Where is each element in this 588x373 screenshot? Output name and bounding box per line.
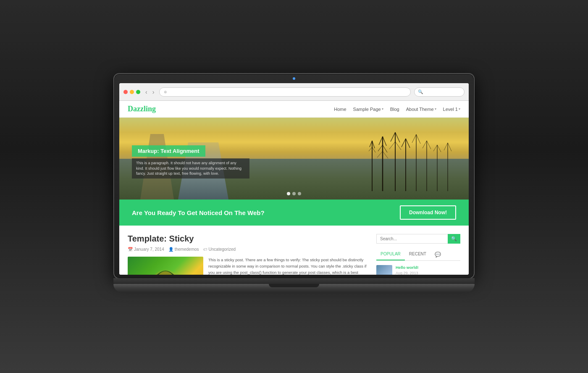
svg-line-27: [433, 145, 437, 151]
post-author: 👤 themedemos: [168, 247, 199, 252]
svg-line-10: [377, 151, 383, 158]
sidebar-tabs: POPULAR RECENT 💬: [376, 250, 460, 261]
tab-popular[interactable]: POPULAR: [376, 250, 405, 260]
website-content: Dazzling Home Sample Page ▾ Blog About T…: [119, 101, 469, 275]
close-dot[interactable]: [123, 90, 128, 94]
nav-level1[interactable]: Level 1 ▾: [443, 107, 460, 112]
cta-text: Are You Ready To Get Noticed On The Web?: [132, 209, 265, 216]
svg-line-22: [416, 134, 420, 144]
svg-line-30: [444, 143, 448, 150]
hero-slider: Markup: Text Alignment This is a paragra…: [119, 118, 469, 200]
url-icon: ⊕: [164, 90, 167, 94]
nav-home[interactable]: Home: [334, 107, 346, 112]
blog-area: Template: Sticky 📅 January 7, 2014 👤 the…: [128, 234, 368, 275]
hero-trees: [364, 124, 452, 191]
maximize-dot[interactable]: [136, 90, 140, 94]
svg-line-3: [369, 147, 372, 151]
post-date: 📅 January 7, 2014: [128, 247, 164, 252]
svg-line-14: [395, 132, 400, 142]
calendar-icon: 📅: [128, 247, 133, 252]
search-input[interactable]: [376, 234, 448, 244]
laptop-hinge: [113, 278, 475, 284]
svg-line-7: [383, 137, 386, 146]
svg-line-16: [395, 142, 401, 150]
camera-dot: [293, 77, 295, 80]
svg-line-28: [437, 145, 441, 152]
svg-line-31: [448, 143, 452, 151]
nav-about-theme[interactable]: About Theme ▾: [406, 107, 436, 112]
back-button[interactable]: ‹: [144, 88, 149, 96]
sidebar-post-info-1: Hello world! Aug 29, 2013: [396, 265, 460, 275]
tab-recent[interactable]: RECENT: [405, 250, 430, 260]
slider-dots: [287, 192, 301, 195]
post-thumbnail: [128, 257, 203, 275]
slider-dot-1[interactable]: [287, 192, 290, 195]
nav-links: Home Sample Page ▾ Blog About Theme ▾ Le…: [334, 107, 460, 112]
laptop-device: ‹ › ⊕ 🔍 Dazzling Home S: [113, 73, 475, 300]
forward-button[interactable]: ›: [151, 88, 156, 96]
site-navbar: Dazzling Home Sample Page ▾ Blog About T…: [119, 101, 469, 118]
post-category: 🏷 Uncategorized: [203, 247, 236, 252]
main-content: Template: Sticky 📅 January 7, 2014 👤 the…: [119, 226, 469, 275]
browser-navigation: ‹ ›: [144, 88, 156, 96]
window-controls: [123, 90, 140, 94]
chevron-down-icon: ▾: [459, 107, 460, 111]
svg-line-6: [379, 137, 383, 145]
search-box: 🔍: [376, 234, 460, 244]
sidebar-post-thumb-1: [376, 265, 392, 275]
svg-line-9: [383, 145, 387, 152]
svg-line-25: [427, 141, 431, 149]
svg-line-4: [372, 147, 375, 152]
sidebar-post-title-1[interactable]: Hello world!: [396, 265, 460, 270]
screen-bezel: ‹ › ⊕ 🔍 Dazzling Home S: [113, 73, 475, 279]
laptop-notch: [269, 284, 319, 287]
browser-window: ‹ › ⊕ 🔍 Dazzling Home S: [119, 83, 469, 275]
post-body: This is a sticky post. There are a few t…: [128, 257, 368, 275]
browser-chrome-bar: ‹ › ⊕ 🔍: [119, 83, 469, 101]
sidebar: 🔍 POPULAR RECENT 💬: [376, 234, 460, 275]
post-excerpt: This is a sticky post. There are a few t…: [208, 257, 368, 275]
svg-line-8: [378, 145, 383, 151]
nav-sample-page[interactable]: Sample Page ▾: [353, 107, 383, 112]
svg-line-19: [406, 139, 410, 148]
svg-line-13: [391, 132, 395, 142]
hero-slide-title: Markup: Text Alignment: [132, 145, 205, 157]
svg-line-21: [412, 134, 416, 143]
hero-text-overlay: Markup: Text Alignment This is a paragra…: [132, 145, 249, 179]
post-title[interactable]: Template: Sticky: [128, 234, 368, 244]
download-now-button[interactable]: Download Now!: [400, 205, 456, 220]
tag-icon: 🏷: [203, 247, 207, 252]
svg-line-24: [423, 141, 427, 148]
post-meta: 📅 January 7, 2014 👤 themedemos 🏷 Uncateg…: [128, 247, 368, 252]
chevron-down-icon: ▾: [382, 107, 383, 111]
tab-comments[interactable]: 💬: [430, 250, 445, 260]
search-icon: 🔍: [451, 236, 457, 242]
slider-dot-2[interactable]: [292, 192, 296, 195]
search-button[interactable]: 🔍: [448, 234, 460, 244]
nav-blog[interactable]: Blog: [390, 107, 399, 112]
svg-line-15: [389, 142, 395, 149]
url-bar[interactable]: ⊕: [159, 87, 411, 97]
chevron-down-icon: ▾: [435, 107, 436, 111]
hero-slide-desc: This is a paragraph. It should not have …: [132, 158, 249, 179]
site-logo[interactable]: Dazzling: [128, 105, 156, 113]
laptop-bottom: [113, 284, 475, 292]
svg-line-18: [402, 139, 406, 147]
cta-banner: Are You Ready To Get Noticed On The Web?…: [119, 200, 469, 226]
browser-search[interactable]: 🔍: [414, 87, 465, 97]
user-icon: 👤: [168, 247, 173, 252]
sidebar-post-date-1: Aug 29, 2013: [396, 271, 460, 275]
slider-dot-3[interactable]: [298, 192, 301, 195]
sidebar-post-1: Hello world! Aug 29, 2013: [376, 265, 460, 275]
laptop-base: [113, 278, 475, 300]
minimize-dot[interactable]: [130, 90, 134, 94]
search-icon: 🔍: [418, 89, 423, 94]
